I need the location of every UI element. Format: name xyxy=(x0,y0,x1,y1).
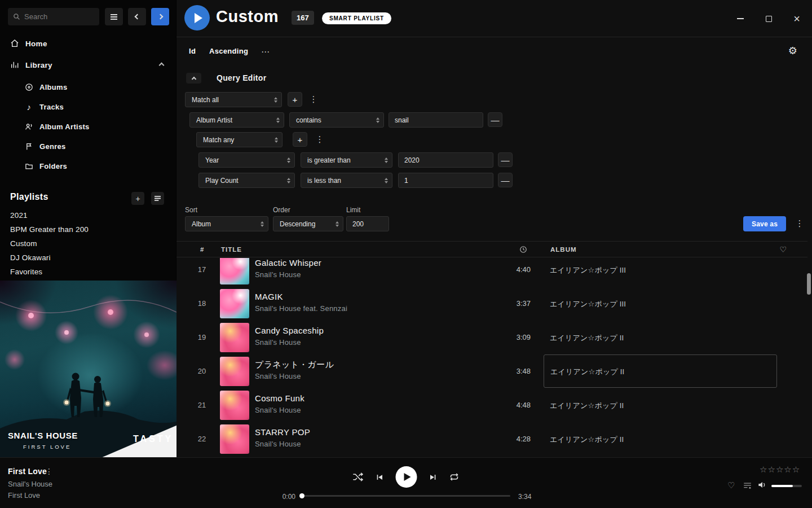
seek-bar[interactable] xyxy=(302,495,510,497)
column-title[interactable]: TITLE xyxy=(221,246,242,253)
volume-slider[interactable] xyxy=(771,485,802,487)
rule-field-select[interactable]: Album Artist xyxy=(189,112,284,128)
play-pause-button[interactable] xyxy=(396,466,417,488)
shuffle-button[interactable] xyxy=(353,472,364,481)
add-rule-button[interactable]: + xyxy=(288,92,302,107)
save-as-button[interactable]: Save as xyxy=(743,216,786,231)
group-menu-button[interactable]: ⋮ xyxy=(308,92,319,107)
sort-direction-button[interactable]: Ascending xyxy=(209,47,248,55)
star-icon[interactable]: ☆ xyxy=(792,465,800,475)
track-artist[interactable]: Snail's House feat. Sennzai xyxy=(255,304,347,313)
sidebar-item-home[interactable]: Home xyxy=(0,33,176,54)
track-artist[interactable]: Snail's House xyxy=(255,372,301,380)
star-icon[interactable]: ☆ xyxy=(760,465,767,475)
sidebar-item-albums[interactable]: Albums xyxy=(0,77,176,97)
track-album[interactable]: エイリアン☆ポップ III xyxy=(550,299,626,309)
back-button[interactable] xyxy=(128,8,146,25)
close-button[interactable]: × xyxy=(789,11,804,26)
play-playlist-button[interactable] xyxy=(184,5,210,30)
heart-column-icon[interactable]: ♡ xyxy=(779,245,787,254)
playlist-item[interactable]: Favorites xyxy=(10,265,162,279)
track-album[interactable]: エイリアン☆ポップ II xyxy=(550,367,624,377)
group-menu-button[interactable]: ⋮ xyxy=(315,132,325,147)
query-editor-collapse-button[interactable] xyxy=(186,73,201,84)
rule-value-input[interactable] xyxy=(398,173,493,188)
repeat-button[interactable] xyxy=(449,472,460,482)
previous-button[interactable] xyxy=(376,473,384,481)
track-title[interactable]: STARRY POP xyxy=(255,427,310,437)
search-input[interactable] xyxy=(24,12,94,21)
playlist-item[interactable]: DJ Okawari xyxy=(10,251,162,265)
queue-icon[interactable] xyxy=(743,482,752,489)
remove-rule-button[interactable]: — xyxy=(498,152,513,167)
sort-select[interactable]: Album xyxy=(185,216,268,231)
track-row[interactable]: 19 Candy Spaceship Snail's House 3:09 エイ… xyxy=(176,321,807,354)
track-row[interactable]: 18 MAGIK Snail's House feat. Sennzai 3:3… xyxy=(176,287,807,321)
volume-icon[interactable] xyxy=(758,481,767,489)
gear-icon[interactable]: ⚙ xyxy=(788,45,797,57)
sidebar-item-library[interactable]: Library xyxy=(0,55,176,75)
now-playing-album-art[interactable]: SNAIL'S HOUSE FIRST LOVE TASTY xyxy=(0,281,176,457)
playlist-item[interactable]: BPM Greater than 200 xyxy=(10,222,162,237)
seek-knob[interactable] xyxy=(299,493,304,498)
sort-more-button[interactable]: ⋯ xyxy=(261,47,270,57)
track-title[interactable]: Cosmo Funk xyxy=(255,393,304,403)
track-album[interactable]: エイリアン☆ポップ III xyxy=(550,265,626,275)
limit-input[interactable] xyxy=(346,216,389,231)
rule-operator-select[interactable]: is less than xyxy=(301,173,392,188)
rule-value-input[interactable] xyxy=(398,152,493,168)
playlist-options-button[interactable] xyxy=(151,192,164,205)
rule-operator-select[interactable]: contains xyxy=(289,112,384,128)
now-playing-album[interactable]: First Love xyxy=(8,491,40,500)
track-title[interactable]: プラネット・ガール xyxy=(255,360,334,370)
now-playing-title[interactable]: First Love xyxy=(8,467,47,476)
order-select[interactable]: Descending xyxy=(273,216,343,231)
sidebar-item-tracks[interactable]: ♪ Tracks xyxy=(0,97,176,117)
search-box[interactable] xyxy=(8,8,99,25)
rule-value-input[interactable] xyxy=(389,112,483,128)
sidebar-item-album-artists[interactable]: Album Artists xyxy=(0,116,176,137)
star-icon[interactable]: ☆ xyxy=(767,465,775,475)
column-number[interactable]: # xyxy=(200,246,204,253)
now-playing-menu-button[interactable]: ⋮ xyxy=(45,467,53,476)
save-menu-button[interactable]: ⋮ xyxy=(795,216,805,231)
menu-button[interactable] xyxy=(105,8,123,25)
duration-clock-icon[interactable] xyxy=(519,246,527,253)
track-artist[interactable]: Snail's House xyxy=(255,270,301,279)
sort-field-button[interactable]: Id xyxy=(189,47,196,55)
star-icon[interactable]: ☆ xyxy=(784,465,791,475)
track-row[interactable]: 20 プラネット・ガール Snail's House 3:48 エイリアン☆ポッ… xyxy=(176,354,807,388)
now-playing-artist[interactable]: Snail's House xyxy=(8,480,52,488)
rule-field-select[interactable]: Play Count xyxy=(198,173,295,188)
nested-match-type-select[interactable]: Match any xyxy=(196,132,283,147)
playlist-item[interactable]: 2021 xyxy=(10,208,162,222)
add-playlist-button[interactable]: + xyxy=(131,192,144,205)
track-row[interactable]: 22 STARRY POP Snail's House 4:28 エイリアン☆ポ… xyxy=(176,422,807,456)
rule-field-select[interactable]: Year xyxy=(198,152,295,168)
rule-operator-select[interactable]: is greater than xyxy=(301,152,392,168)
minimize-button[interactable] xyxy=(733,11,748,26)
scrollbar-thumb[interactable] xyxy=(807,273,811,295)
sidebar-item-folders[interactable]: Folders xyxy=(0,156,176,176)
playlist-item[interactable]: Custom xyxy=(10,237,162,251)
album-cell-focused[interactable]: エイリアン☆ポップ II xyxy=(544,354,777,388)
track-album[interactable]: エイリアン☆ポップ II xyxy=(550,333,624,343)
track-artist[interactable]: Snail's House xyxy=(255,440,301,448)
collapse-chevron-icon[interactable] xyxy=(159,62,165,68)
favorite-heart-icon[interactable]: ♡ xyxy=(727,480,735,491)
add-rule-button[interactable]: + xyxy=(293,132,307,147)
track-album[interactable]: エイリアン☆ポップ II xyxy=(550,435,624,445)
track-title[interactable]: MAGIK xyxy=(255,292,283,301)
maximize-button[interactable] xyxy=(761,11,776,26)
track-title[interactable]: Galactic Whisper xyxy=(255,258,321,268)
forward-button[interactable] xyxy=(151,8,169,25)
sidebar-item-genres[interactable]: Genres xyxy=(0,136,176,156)
track-album[interactable]: エイリアン☆ポップ II xyxy=(550,401,624,411)
remove-rule-button[interactable]: — xyxy=(498,173,513,187)
column-album[interactable]: ALBUM xyxy=(550,246,577,253)
remove-rule-button[interactable]: — xyxy=(488,112,502,127)
match-type-select[interactable]: Match all xyxy=(185,92,282,107)
track-artist[interactable]: Snail's House xyxy=(255,406,301,414)
track-artist[interactable]: Snail's House xyxy=(255,338,301,347)
track-row[interactable]: 17 Galactic Whisper Snail's House 4:40 エ… xyxy=(176,258,807,287)
